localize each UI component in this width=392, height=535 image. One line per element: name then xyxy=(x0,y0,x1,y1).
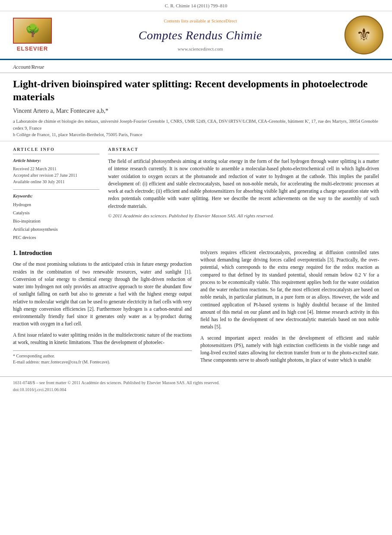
section1-title: 1. Introduction xyxy=(13,249,192,258)
history-label: Article history: xyxy=(13,158,99,164)
body-paragraph-1: One of the most promising solutions to t… xyxy=(13,261,192,328)
accepted-date: Accepted after revision 27 June 2011 xyxy=(13,172,99,178)
body-paragraph-2: A first issue related to water splitting… xyxy=(13,331,192,347)
abstract-header: ABSTRACT xyxy=(108,146,379,154)
body-right-paragraph-2: A second important aspect resides in the… xyxy=(201,334,379,364)
affiliations: a Laboratoire de chimie et biologie des … xyxy=(13,118,379,138)
keyword-5: PEC devices xyxy=(13,234,99,242)
body-right-paragraph-1: trolyzers requires efficient electrocata… xyxy=(201,249,379,331)
body-right-column: trolyzers requires efficient electrocata… xyxy=(201,249,379,368)
article-title: Light-driven bioinspired water splitting… xyxy=(13,77,379,103)
citation-bar: C. R. Chimie 14 (2011) 799–810 xyxy=(0,0,392,11)
footnote: * Corresponding author. E-mail address: … xyxy=(13,350,192,365)
journal-header: ELSEVIER Contents lists available at Sci… xyxy=(0,11,392,60)
keyword-1: Hydrogen xyxy=(13,201,99,209)
article-info-header: ARTICLE INFO xyxy=(13,146,99,154)
article-title-section: Light-driven bioinspired water splitting… xyxy=(0,73,392,141)
doi-text: doi:10.1016/j.crci.2011.06.004 xyxy=(13,386,379,393)
abstract-copyright: © 2011 Académie des sciences. Published … xyxy=(108,213,379,219)
journal-name: Comptes Rendus Chimie xyxy=(56,27,344,44)
info-abstract-section: ARTICLE INFO Article history: Received 2… xyxy=(0,141,392,242)
journal-title-center: Contents lists available at ScienceDirec… xyxy=(56,18,344,52)
sciencedirect-notice: Contents lists available at ScienceDirec… xyxy=(56,18,344,25)
keywords-label: Keywords: xyxy=(13,193,99,200)
received-date: Received 22 March 2011 xyxy=(13,166,99,172)
body-left-column: 1. Introduction One of the most promisin… xyxy=(13,249,192,368)
citation-text: C. R. Chimie 14 (2011) 799–810 xyxy=(165,3,227,8)
keywords-section: Keywords: Hydrogen Catalysis Bio-inspira… xyxy=(13,193,99,242)
abstract-column: ABSTRACT The field of artificial photosy… xyxy=(108,146,379,242)
elsevier-brand: ELSEVIER xyxy=(17,45,48,53)
journal-emblem xyxy=(344,16,383,54)
corresponding-author-label: * Corresponding author. xyxy=(13,353,192,359)
article-history: Article history: Received 22 March 2011 … xyxy=(13,158,99,185)
bottom-bar: 1631-0748/$ – see front matter © 2011 Ac… xyxy=(0,376,392,396)
issn-text: 1631-0748/$ – see front matter © 2011 Ac… xyxy=(13,379,379,386)
keyword-3: Bio-inspiration xyxy=(13,217,99,226)
article-section-label: Account/Revue xyxy=(0,60,392,73)
keyword-2: Catalysis xyxy=(13,209,99,217)
affiliation-a: a Laboratoire de chimie et biologie des … xyxy=(13,118,379,132)
divider xyxy=(13,189,99,190)
abstract-text: The field of artificial photosynthesis a… xyxy=(108,158,379,210)
elsevier-logo: ELSEVIER xyxy=(9,18,56,53)
journal-url[interactable]: www.sciencedirect.com xyxy=(56,46,344,52)
keyword-4: Artificial photosynthesis xyxy=(13,226,99,234)
authors: Vincent Artero a, Marc Fontecave a,b,* xyxy=(13,107,379,115)
affiliation-b: b Collège de France, 11, place Marcelin-… xyxy=(13,131,379,138)
article-info-column: ARTICLE INFO Article history: Received 2… xyxy=(13,146,99,242)
body-section: 1. Introduction One of the most promisin… xyxy=(0,242,392,372)
available-date: Available online 30 July 2011 xyxy=(13,178,99,185)
elsevier-logo-image xyxy=(13,18,52,44)
email-footnote[interactable]: E-mail address: marc.fontecave@cea.fr (M… xyxy=(13,359,192,365)
